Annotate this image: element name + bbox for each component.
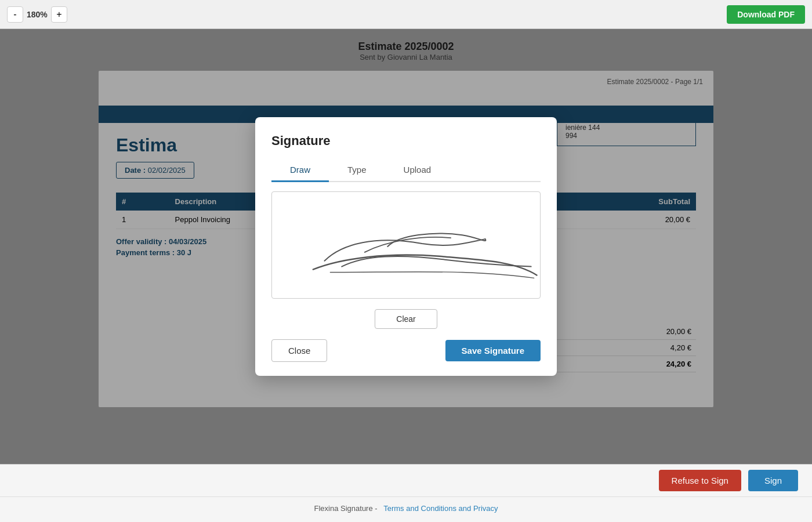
signature-canvas[interactable] — [271, 191, 541, 299]
clear-button[interactable]: Clear — [375, 309, 437, 329]
terms-link[interactable]: Terms and Conditions and Privacy — [383, 504, 498, 513]
modal-title: Signature — [271, 133, 541, 148]
zoom-value: 180% — [27, 10, 48, 19]
top-bar: - 180% + Download PDF — [0, 0, 812, 29]
zoom-in-button[interactable]: + — [51, 6, 67, 23]
save-signature-button[interactable]: Save Signature — [445, 340, 541, 361]
sign-button[interactable]: Sign — [748, 470, 798, 491]
modal-footer: Close Save Signature — [271, 339, 541, 362]
clear-button-row: Clear — [271, 309, 541, 329]
close-button[interactable]: Close — [271, 339, 327, 362]
signature-modal: Signature Draw Type Upload — [255, 117, 557, 376]
download-pdf-button[interactable]: Download PDF — [727, 5, 805, 24]
page-footer: Flexina Signature - Terms and Conditions… — [0, 496, 812, 522]
zoom-out-button[interactable]: - — [7, 6, 23, 23]
signature-tabs: Draw Type Upload — [271, 159, 541, 182]
tab-upload[interactable]: Upload — [385, 159, 450, 182]
modal-overlay: Signature Draw Type Upload — [0, 29, 812, 464]
signature-drawing — [272, 192, 540, 298]
tab-type[interactable]: Type — [329, 159, 385, 182]
tab-draw[interactable]: Draw — [271, 159, 329, 182]
zoom-controls: - 180% + — [7, 6, 67, 23]
footer-brand: Flexina Signature - — [314, 504, 378, 513]
bottom-action-bar: Refuse to Sign Sign — [0, 464, 812, 496]
main-area: Estimate 2025/0002 Sent by Giovanni La M… — [0, 29, 812, 464]
refuse-to-sign-button[interactable]: Refuse to Sign — [659, 470, 741, 491]
